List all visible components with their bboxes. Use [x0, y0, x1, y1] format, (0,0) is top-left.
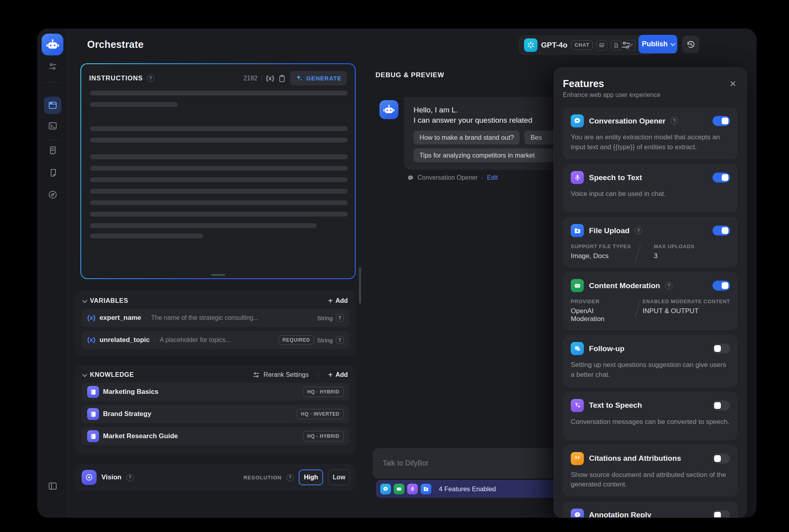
meta-label: SUPPORT FILE TYPES	[571, 243, 631, 249]
knowledge-row[interactable]: Brand Strategy HQ · INVERTED	[82, 405, 349, 423]
insert-variable-icon[interactable]: {x}	[266, 75, 274, 82]
feature-toggle[interactable]	[713, 454, 730, 464]
meta-value: INPUT & OUTPUT	[642, 307, 730, 315]
feature-toggle[interactable]	[713, 226, 730, 236]
string-type-icon[interactable]: T	[336, 314, 344, 322]
knowledge-name: Market Research Guide	[103, 432, 178, 440]
feature-card-follow-up: Follow-up Setting up next questions sugg…	[563, 335, 738, 387]
model-name: GPT-4o	[541, 41, 568, 49]
header-divider	[635, 39, 635, 51]
variable-row[interactable]: {x} expert_name · The name of the strate…	[82, 309, 349, 327]
plus-icon: +	[328, 371, 333, 379]
generate-label: GENERATE	[306, 75, 341, 82]
add-label: Add	[335, 297, 348, 304]
chevron-down-icon[interactable]	[82, 298, 88, 303]
file-upload-mini-icon	[421, 484, 431, 494]
add-label: Add	[335, 371, 348, 378]
dataset-icon	[87, 430, 99, 442]
sidebar-item-explore-compass-icon[interactable]	[48, 190, 57, 200]
feature-card-conversation-opener: Conversation Opener ? You are an entity …	[563, 107, 738, 159]
string-type-icon[interactable]: T	[336, 336, 344, 344]
feature-toggle[interactable]	[713, 401, 730, 410]
settings-sliders-icon[interactable]	[48, 62, 57, 71]
variables-title: VARIABLES	[90, 297, 128, 304]
features-enabled-text: 4 Features Enabled	[439, 485, 496, 493]
meta-value: 3	[654, 252, 695, 260]
sidebar-divider	[44, 82, 61, 83]
model-parameters-icon[interactable]	[621, 40, 631, 50]
annotation-reply-icon	[571, 509, 584, 518]
feature-help-icon[interactable]: ?	[665, 282, 673, 289]
feature-desc: Setting up next questions suggestion can…	[571, 360, 730, 380]
knowledge-name: Brand Strategy	[103, 410, 151, 418]
feature-toggle[interactable]	[713, 281, 730, 291]
bot-avatar	[379, 100, 398, 119]
dataset-icon	[87, 408, 99, 420]
sidebar-item-terminal-icon[interactable]	[48, 121, 57, 131]
dataset-icon	[87, 386, 99, 398]
suggested-question-chip[interactable]: How to make a brand stand out?	[414, 131, 520, 144]
toolbar-divider	[261, 75, 262, 82]
knowledge-row[interactable]: Market Research Guide HQ · HYBRID	[82, 427, 349, 445]
chevron-down-icon[interactable]	[82, 372, 88, 377]
version-history-button[interactable]	[682, 36, 699, 53]
feature-toggle[interactable]	[713, 173, 730, 182]
robot-icon	[46, 38, 60, 52]
feature-help-icon[interactable]: ?	[635, 227, 642, 234]
instructions-panel: INSTRUCTIONS ? 2182 {x} GENERATE	[80, 63, 356, 279]
resolution-help-icon[interactable]: ?	[286, 474, 294, 481]
scrollbar-thumb[interactable]	[359, 267, 361, 304]
vision-section: Vision ? RESOLUTION ? High Low	[75, 464, 356, 491]
divider	[318, 371, 318, 378]
generate-button[interactable]: GENERATE	[290, 71, 347, 86]
sidebar-item-annotations-icon[interactable]	[48, 168, 57, 177]
resize-drag-handle[interactable]	[211, 274, 225, 276]
sidebar-item-orchestrate-active[interactable]	[44, 97, 61, 114]
app-logo-robot-icon[interactable]	[42, 34, 63, 55]
feature-desc: You are an entity extraction model that …	[571, 133, 730, 152]
add-knowledge-button[interactable]: +Add	[328, 371, 348, 379]
feature-toggle[interactable]	[713, 510, 730, 518]
feature-toggle[interactable]	[713, 116, 730, 126]
variable-name: unrelated_topic	[99, 336, 150, 344]
resolution-label: RESOLUTION	[243, 475, 282, 481]
separator-dot: ·	[481, 174, 483, 181]
sidebar	[37, 28, 68, 518]
feature-name: Follow-up	[589, 344, 625, 353]
sidebar-item-logs-icon[interactable]	[48, 146, 57, 155]
feature-card-text-to-speech: Text to Speech Conversation messages can…	[563, 392, 738, 440]
rerank-settings-button[interactable]: Rerank Settings	[253, 371, 309, 378]
resolution-high-button[interactable]: High	[299, 469, 323, 485]
publish-button[interactable]: Publish	[638, 35, 677, 53]
knowledge-title: KNOWLEDGE	[90, 371, 134, 378]
feature-name: Content Moderation	[589, 281, 660, 290]
chevron-down-icon	[670, 41, 675, 46]
capability-image-icon	[597, 40, 607, 51]
feature-toggle[interactable]	[713, 344, 730, 353]
char-count: 2182	[243, 75, 257, 82]
knowledge-row[interactable]: Marketing Basics HQ · HYBRID	[82, 383, 349, 401]
text-to-speech-icon	[571, 399, 584, 412]
conversation-opener-row: Conversation Opener · Edit	[407, 174, 498, 181]
vision-icon	[82, 470, 97, 485]
copy-clipboard-icon[interactable]	[278, 74, 286, 82]
knowledge-section: KNOWLEDGE Rerank Settings +Add Marketing…	[75, 365, 356, 455]
feature-help-icon[interactable]: ?	[671, 117, 678, 125]
variables-section: VARIABLES +Add {x} expert_name · The nam…	[75, 291, 356, 356]
robot-icon	[383, 103, 395, 116]
collapse-sidebar-icon[interactable]	[48, 481, 57, 491]
variable-type: String	[317, 337, 333, 344]
feature-meta: PROVIDER OpenAI Moderation ENABLED MODER…	[571, 298, 730, 323]
vision-help-icon[interactable]: ?	[126, 474, 134, 481]
add-variable-button[interactable]: +Add	[328, 297, 348, 305]
variable-row[interactable]: {x} unrelated_topic · A placeholder for …	[82, 331, 349, 349]
follow-up-icon	[571, 342, 584, 355]
close-icon[interactable]: ✕	[729, 80, 736, 88]
instructions-help-icon[interactable]: ?	[147, 74, 154, 82]
feature-name: Text to Speech	[589, 401, 642, 410]
edit-opener-link[interactable]: Edit	[487, 174, 498, 181]
feature-card-file-upload: File Upload ? SUPPORT FILE TYPES Image, …	[563, 217, 738, 267]
resolution-low-button[interactable]: Low	[328, 469, 350, 485]
plus-icon: +	[328, 297, 333, 305]
publish-label: Publish	[642, 40, 667, 48]
